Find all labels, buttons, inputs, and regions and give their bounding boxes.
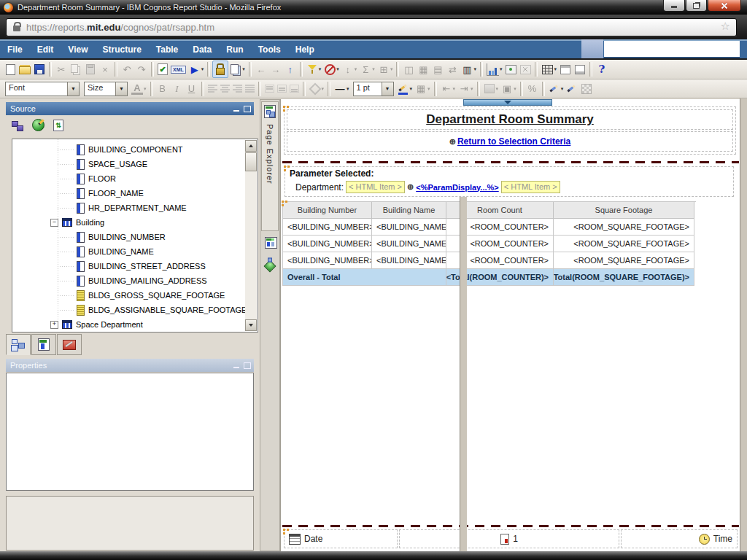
up-button[interactable]: ↑	[283, 61, 298, 77]
new-report-button[interactable]	[3, 61, 18, 77]
insert-table-button[interactable]: ▾	[540, 61, 558, 77]
filter-button[interactable]: ▾	[305, 61, 323, 77]
menu-help[interactable]: Help	[288, 41, 322, 58]
table-cell[interactable]: <BUILDING_NAME>	[372, 219, 446, 236]
menu-structure[interactable]: Structure	[95, 41, 148, 58]
time-label[interactable]: Time	[713, 534, 732, 544]
validate-report-button[interactable]: ✔	[156, 61, 169, 77]
parameter-heading[interactable]: Parameter Selected:	[290, 168, 729, 179]
menu-file[interactable]: File	[0, 41, 30, 58]
page-number[interactable]: 1	[513, 534, 518, 544]
back-button[interactable]: ←	[254, 61, 268, 77]
html-item-placeholder[interactable]: < HTML Item >	[501, 181, 560, 193]
tree-expander[interactable]: +	[50, 321, 58, 329]
run-report-button[interactable]: ▶ ▾	[187, 61, 206, 77]
swap-rows-columns-button[interactable]: ⇄	[445, 61, 460, 77]
table-cell[interactable]: <BUILDING_NUMBER>	[283, 236, 372, 252]
return-link-block[interactable]: ⊕ Return to Selection Criteria	[287, 131, 733, 152]
valign-middle-button[interactable]	[276, 81, 288, 97]
align-right-button[interactable]	[231, 81, 244, 97]
font-combobox[interactable]: Font ▼	[5, 82, 80, 96]
copy-button[interactable]	[69, 61, 83, 77]
underline-button[interactable]: U	[185, 81, 199, 97]
line-style-button[interactable]: — ▾	[333, 81, 351, 97]
conditional-style-button[interactable]: ▾	[547, 81, 565, 97]
help-button[interactable]: ?	[595, 61, 609, 77]
tree-expander[interactable]: −	[50, 219, 58, 227]
pane-maximize-button[interactable]	[242, 104, 252, 114]
size-combobox[interactable]: Size ▼	[84, 82, 128, 96]
bold-button[interactable]: B	[155, 81, 170, 97]
paste-button[interactable]	[83, 61, 98, 77]
html-item-placeholder[interactable]: < HTML Item >	[346, 181, 405, 193]
page-layers-button[interactable]: ▾	[228, 61, 247, 77]
table-cell[interactable]: <ROOM_SQUARE_FOOTAGE>	[554, 252, 694, 269]
table-cell[interactable]: <BUILDING_NAME>	[372, 236, 446, 252]
menu-data[interactable]: Data	[185, 41, 219, 58]
tree-item-hr-department-name[interactable]: HR_DEPARTMENT_NAME	[12, 201, 245, 215]
headers-button[interactable]: ▤	[430, 61, 445, 77]
insert-row-above-button[interactable]	[558, 61, 573, 77]
column-header[interactable]: Square Footage	[554, 202, 694, 219]
suppress-button[interactable]: ▾	[322, 61, 341, 77]
table-cell[interactable]: <BUILDING_NUMBER>	[283, 252, 372, 269]
tree-item-floor[interactable]: FLOOR	[12, 171, 245, 186]
align-justify-button[interactable]	[244, 81, 256, 97]
chart-button[interactable]: ▾	[485, 61, 504, 77]
footer-date-block[interactable]: Date	[284, 529, 398, 548]
table-cell[interactable]: <BUILDING_NAME>	[372, 252, 446, 269]
menu-table[interactable]: Table	[149, 41, 185, 58]
border-color-button[interactable]: ▾	[396, 81, 414, 97]
summarize-button[interactable]: Σ ▾	[358, 61, 376, 77]
tree-item-floor-name[interactable]: FLOOR_NAME	[12, 186, 245, 201]
tree-item-building[interactable]: − Building	[12, 215, 245, 230]
edit-expression-button[interactable]	[565, 81, 579, 97]
scroll-down-button[interactable]	[245, 319, 257, 331]
section-button[interactable]: ◫	[401, 61, 416, 77]
column-header[interactable]: Building Number	[283, 202, 372, 219]
calculate-button[interactable]: ⊞ ▾	[376, 61, 395, 77]
condition-explorer-icon[interactable]	[264, 260, 276, 273]
align-left-button[interactable]	[206, 81, 219, 97]
view-xml-button[interactable]: XML	[169, 61, 187, 77]
sort-button[interactable]: ↕ ▾	[341, 61, 359, 77]
tab-source[interactable]	[6, 334, 31, 355]
properties-list[interactable]	[6, 373, 254, 491]
total-label-cell[interactable]: Overall - Total	[283, 269, 446, 286]
copy-style-button[interactable]: ▣ ▾	[500, 81, 518, 97]
footer-page-number-block[interactable]: 1	[399, 529, 619, 548]
borders-button[interactable]: ▦ ▾	[414, 81, 432, 97]
page-header-block[interactable]: Department Room Summary ⊕ Return to Sele…	[284, 106, 736, 155]
decrease-indent-button[interactable]: ⇤ ▾	[439, 81, 457, 97]
italic-button[interactable]: I	[170, 81, 185, 97]
pivot-button[interactable]: ▦	[416, 61, 430, 77]
conditional-block-button[interactable]	[579, 81, 594, 97]
relationships-icon[interactable]	[12, 120, 23, 131]
image-x-button[interactable]	[518, 61, 533, 77]
tree-scrollbar[interactable]	[245, 140, 257, 331]
url-bar[interactable]: https://reports.mit.edu/cognos/pat/rsapp…	[6, 18, 737, 36]
tree-item-space-usage[interactable]: SPACE_USAGE	[12, 157, 245, 171]
page-explorer-tab[interactable]: Page Explorer	[261, 101, 279, 231]
style-button[interactable]: ▾	[482, 81, 500, 97]
report-title[interactable]: Department Room Summary	[426, 112, 594, 127]
total-square-footage-cell[interactable]: <Total(ROOM_SQUARE_FOOTAGE)>	[554, 269, 694, 286]
tree-item-building-number[interactable]: BUILDING_NUMBER	[12, 230, 245, 244]
parameter-block[interactable]: Parameter Selected: Department: < HTML I…	[285, 166, 734, 197]
pane-maximize-button[interactable]	[242, 361, 252, 370]
return-to-selection-link[interactable]: Return to Selection Criteria	[457, 136, 570, 147]
tree-item-bldg-assignable-square-footage[interactable]: BLDG_ASSIGNABLE_SQUARE_FOOTAGE	[12, 303, 245, 317]
splitter-grip[interactable]	[463, 99, 552, 106]
restore-button[interactable]	[686, 0, 707, 12]
insert-row-below-button[interactable]	[573, 61, 587, 77]
master-detail-button[interactable]: ▥ ▾	[460, 61, 478, 77]
tab-toolbox[interactable]	[57, 334, 82, 355]
tree-item-building-component[interactable]: BUILDING_COMPONENT	[12, 142, 245, 157]
tree-item-building-street-address[interactable]: BUILDING_STREET_ADDRESS	[12, 259, 245, 273]
menu-view[interactable]: View	[61, 41, 95, 58]
combo-dropdown-icon[interactable]: ▼	[115, 82, 127, 96]
open-report-button[interactable]	[18, 61, 32, 77]
undo-button[interactable]: ↶	[120, 61, 134, 77]
combo-dropdown-icon[interactable]: ▼	[67, 82, 79, 96]
minimize-button[interactable]	[663, 0, 685, 12]
